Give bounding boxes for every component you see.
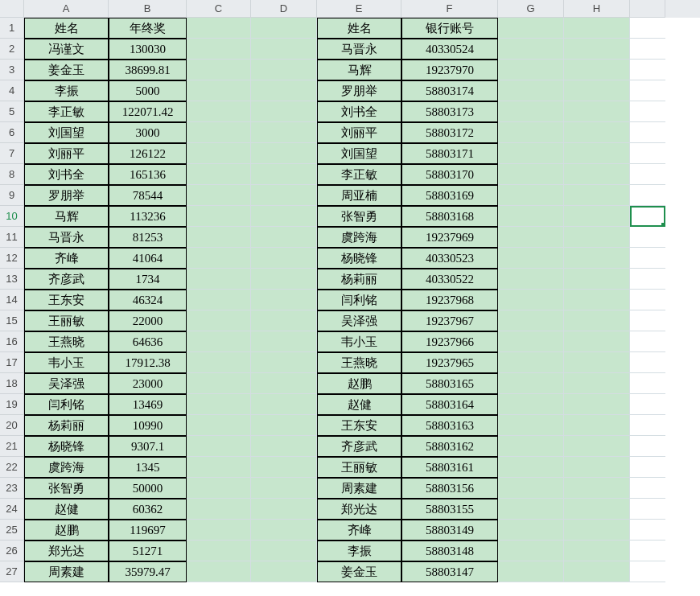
cell-H9[interactable]: [564, 185, 630, 206]
cell-H7[interactable]: [564, 143, 630, 164]
col-header-B[interactable]: B: [109, 0, 187, 18]
cell-D22[interactable]: [251, 457, 317, 478]
cell-C22[interactable]: [187, 457, 251, 478]
cell-C6[interactable]: [187, 122, 251, 143]
cell-H14[interactable]: [564, 290, 630, 310]
cell-I9[interactable]: [630, 185, 665, 206]
cell-I16[interactable]: [630, 331, 665, 352]
cell-C9[interactable]: [187, 185, 251, 206]
cell-B8[interactable]: 165136: [109, 164, 187, 185]
cell-C20[interactable]: [187, 415, 251, 436]
cell-F16[interactable]: 19237966: [401, 331, 498, 352]
col-header-E[interactable]: E: [317, 0, 401, 18]
cell-E16[interactable]: 韦小玉: [317, 331, 401, 352]
cell-F18[interactable]: 58803165: [401, 373, 498, 394]
cell-H15[interactable]: [564, 310, 630, 331]
cell-D3[interactable]: [251, 60, 317, 80]
cell-G14[interactable]: [498, 290, 564, 310]
row-header[interactable]: 10: [0, 206, 24, 227]
cell-F21[interactable]: 58803162: [401, 436, 498, 457]
cell-C13[interactable]: [187, 269, 251, 290]
cell-B9[interactable]: 78544: [109, 185, 187, 206]
cell-F15[interactable]: 19237967: [401, 310, 498, 331]
cell-C19[interactable]: [187, 394, 251, 415]
row-header[interactable]: 17: [0, 352, 24, 373]
col-header-F[interactable]: F: [401, 0, 498, 18]
cell-F7[interactable]: 58803171: [401, 143, 498, 164]
cell-B18[interactable]: 23000: [109, 373, 187, 394]
cell-D23[interactable]: [251, 478, 317, 499]
cell-B20[interactable]: 10990: [109, 415, 187, 436]
cell-E9[interactable]: 周亚楠: [317, 185, 401, 206]
cell-B10[interactable]: 113236: [109, 206, 187, 227]
cell-A6[interactable]: 刘国望: [24, 122, 109, 143]
cell-H22[interactable]: [564, 457, 630, 478]
cell-C3[interactable]: [187, 60, 251, 80]
row-header[interactable]: 20: [0, 415, 24, 436]
cell-A8[interactable]: 刘书全: [24, 164, 109, 185]
cell-C15[interactable]: [187, 310, 251, 331]
cell-G27[interactable]: [498, 561, 564, 582]
cell-I1[interactable]: [630, 18, 665, 39]
cell-G25[interactable]: [498, 520, 564, 541]
spreadsheet[interactable]: { "sheet": { "col_headers": ["A","B","C"…: [0, 0, 700, 596]
row-header[interactable]: 3: [0, 60, 24, 80]
cell-B26[interactable]: 51271: [109, 541, 187, 561]
cell-I18[interactable]: [630, 373, 665, 394]
cell-I15[interactable]: [630, 310, 665, 331]
cell-F24[interactable]: 58803155: [401, 499, 498, 520]
cell-A24[interactable]: 赵健: [24, 499, 109, 520]
cell-B2[interactable]: 130030: [109, 39, 187, 60]
cell-A16[interactable]: 王燕晓: [24, 331, 109, 352]
cell-E1[interactable]: 姓名: [317, 18, 401, 39]
cell-A15[interactable]: 王丽敏: [24, 310, 109, 331]
cell-H23[interactable]: [564, 478, 630, 499]
cell-D18[interactable]: [251, 373, 317, 394]
cell-H13[interactable]: [564, 269, 630, 290]
cell-A14[interactable]: 王东安: [24, 290, 109, 310]
cell-F3[interactable]: 19237970: [401, 60, 498, 80]
cell-B17[interactable]: 17912.38: [109, 352, 187, 373]
cell-E7[interactable]: 刘国望: [317, 143, 401, 164]
cell-F23[interactable]: 58803156: [401, 478, 498, 499]
cell-B19[interactable]: 13469: [109, 394, 187, 415]
cell-H11[interactable]: [564, 227, 630, 248]
col-header-G[interactable]: G: [498, 0, 564, 18]
cell-A12[interactable]: 齐峰: [24, 248, 109, 269]
cell-C12[interactable]: [187, 248, 251, 269]
cell-F14[interactable]: 19237968: [401, 290, 498, 310]
cell-A11[interactable]: 马晋永: [24, 227, 109, 248]
cell-D20[interactable]: [251, 415, 317, 436]
cell-D8[interactable]: [251, 164, 317, 185]
cell-C5[interactable]: [187, 101, 251, 122]
grid-body[interactable]: 1姓名年终奖姓名银行账号2冯谨文130030马晋永403305243姜金玉386…: [0, 18, 700, 582]
cell-H4[interactable]: [564, 80, 630, 101]
cell-E6[interactable]: 刘丽平: [317, 122, 401, 143]
cell-G19[interactable]: [498, 394, 564, 415]
row-header[interactable]: 12: [0, 248, 24, 269]
cell-G4[interactable]: [498, 80, 564, 101]
cell-I5[interactable]: [630, 101, 665, 122]
cell-E10[interactable]: 张智勇: [317, 206, 401, 227]
cell-C23[interactable]: [187, 478, 251, 499]
cell-E25[interactable]: 齐峰: [317, 520, 401, 541]
cell-I27[interactable]: [630, 561, 665, 582]
cell-D10[interactable]: [251, 206, 317, 227]
cell-B23[interactable]: 50000: [109, 478, 187, 499]
row-header[interactable]: 19: [0, 394, 24, 415]
cell-D17[interactable]: [251, 352, 317, 373]
cell-H24[interactable]: [564, 499, 630, 520]
cell-E12[interactable]: 杨晓锋: [317, 248, 401, 269]
cell-D12[interactable]: [251, 248, 317, 269]
cell-D24[interactable]: [251, 499, 317, 520]
cell-H1[interactable]: [564, 18, 630, 39]
cell-G11[interactable]: [498, 227, 564, 248]
cell-H16[interactable]: [564, 331, 630, 352]
cell-B13[interactable]: 1734: [109, 269, 187, 290]
cell-I7[interactable]: [630, 143, 665, 164]
cell-B5[interactable]: 122071.42: [109, 101, 187, 122]
cell-A3[interactable]: 姜金玉: [24, 60, 109, 80]
cell-A17[interactable]: 韦小玉: [24, 352, 109, 373]
cell-A2[interactable]: 冯谨文: [24, 39, 109, 60]
cell-A5[interactable]: 李正敏: [24, 101, 109, 122]
